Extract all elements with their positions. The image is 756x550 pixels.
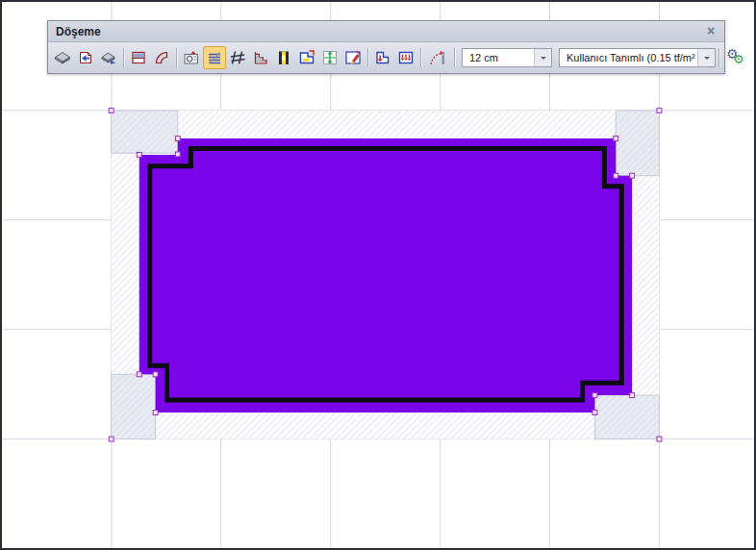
column-tool-icon[interactable] <box>272 46 295 69</box>
slab-section-icon[interactable] <box>127 46 150 69</box>
beam-band <box>112 412 660 439</box>
slab-edit-icon[interactable] <box>341 46 365 69</box>
column-object[interactable] <box>594 395 659 438</box>
app-window: Döşeme × <box>0 0 756 550</box>
point-load-icon[interactable] <box>371 46 394 69</box>
selection-handle[interactable] <box>630 393 635 398</box>
slab-ramp-glyph <box>152 48 171 67</box>
close-icon[interactable]: × <box>703 24 718 39</box>
drawing-canvas[interactable] <box>2 2 754 548</box>
selection-handle[interactable] <box>614 173 618 178</box>
selection-handle[interactable] <box>592 411 597 415</box>
slab-pick-icon[interactable] <box>97 46 120 69</box>
chevron-down-icon[interactable] <box>697 49 715 66</box>
slab-pick-glyph <box>99 48 118 67</box>
gear-green-glyph: ⚙ <box>733 52 744 66</box>
slab-import-glyph <box>76 48 95 67</box>
selection-handle[interactable] <box>592 393 597 398</box>
selection-handle[interactable] <box>153 372 158 377</box>
slab-toolbar: Döşeme × <box>47 20 725 74</box>
selection-handle[interactable] <box>175 152 180 157</box>
toolbar-separator <box>367 48 368 67</box>
toolbar-icon-row: 12 cm Kullanıcı Tanımlı (0.15 tf/m² ⚙ ⚙ <box>48 42 724 73</box>
slab-draw-glyph <box>53 48 72 67</box>
toolbar-separator <box>123 48 124 67</box>
column-object[interactable] <box>112 111 178 153</box>
selection-handle[interactable] <box>630 173 635 178</box>
selection-handle[interactable] <box>109 108 113 112</box>
column-object[interactable] <box>112 374 156 438</box>
beam-band <box>112 111 660 138</box>
column-object[interactable] <box>616 111 659 176</box>
toolbar-separator <box>454 48 455 67</box>
selection-handle[interactable] <box>137 372 141 377</box>
distributed-load-icon[interactable] <box>394 46 417 69</box>
selection-handle[interactable] <box>175 137 180 141</box>
slab-hatch-icon[interactable] <box>203 46 226 69</box>
slope-angle-glyph <box>427 48 448 67</box>
slab-import-icon[interactable] <box>74 46 97 69</box>
slab-steps-glyph <box>251 48 270 67</box>
toolbar-separator <box>718 48 719 67</box>
toolbar-titlebar[interactable]: Döşeme × <box>48 21 724 42</box>
toolbar-title: Döşeme <box>56 25 703 38</box>
selection-handle[interactable] <box>614 137 618 141</box>
stretch-glyph <box>320 48 340 67</box>
slab-object[interactable] <box>139 138 632 412</box>
slab-label-glyph <box>182 48 201 67</box>
selection-handle[interactable] <box>109 437 113 441</box>
selection-handle[interactable] <box>137 152 141 157</box>
column-tool-glyph <box>274 48 293 67</box>
point-load-glyph <box>373 48 392 67</box>
slab-edit-glyph <box>343 48 363 67</box>
slab-corner-glyph <box>297 48 316 67</box>
slab-draw-icon[interactable] <box>51 46 74 69</box>
selection-handle[interactable] <box>657 437 662 441</box>
stretch-icon[interactable] <box>318 46 341 69</box>
distributed-load-glyph <box>396 48 416 67</box>
slab-thickness-select[interactable]: 12 cm <box>462 48 552 67</box>
toolbar-separator <box>420 48 421 67</box>
slab-load-select[interactable]: Kullanıcı Tanımlı (0.15 tf/m² <box>559 48 716 67</box>
selection-handle[interactable] <box>153 411 158 415</box>
slab-load-value: Kullanıcı Tanımlı (0.15 tf/m² <box>560 52 697 63</box>
slab-mesh-glyph <box>228 48 247 67</box>
toolbar-separator <box>176 48 177 67</box>
slab-section-glyph <box>129 48 148 67</box>
slab-thickness-value: 12 cm <box>463 52 534 63</box>
settings-gears-icon[interactable]: ⚙ ⚙ <box>724 47 748 68</box>
slab-ramp-icon[interactable] <box>150 46 173 69</box>
slope-angle-icon[interactable] <box>424 46 451 69</box>
slab-steps-icon[interactable] <box>249 46 272 69</box>
slab-corner-icon[interactable] <box>295 46 318 69</box>
slab-mesh-icon[interactable] <box>226 46 249 69</box>
slab-hatch-glyph <box>205 48 224 67</box>
slab-label-icon[interactable] <box>180 46 203 69</box>
chevron-down-icon[interactable] <box>534 49 551 66</box>
selection-handle[interactable] <box>657 108 662 112</box>
